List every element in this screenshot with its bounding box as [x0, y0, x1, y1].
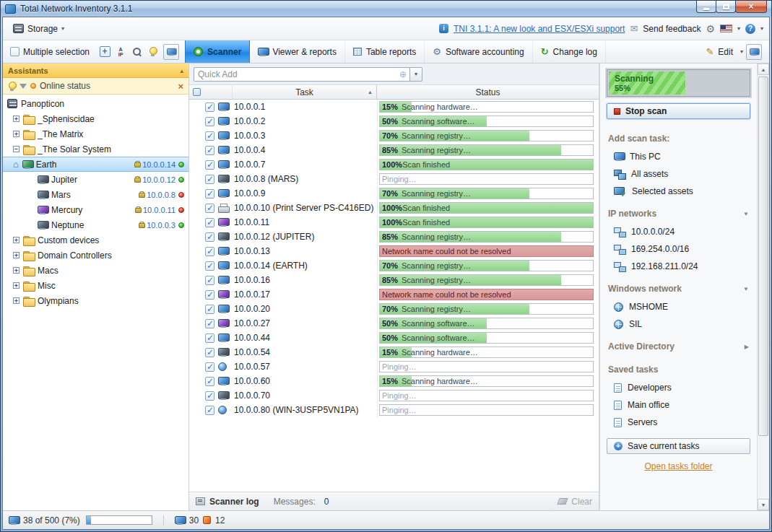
help-dropdown-icon[interactable]: ▾ [760, 25, 763, 32]
tree-item-panopticon[interactable]: Panopticon [3, 96, 188, 111]
task-row-10-0-0-13[interactable]: 10.0.0.13Network name could not be resol… [189, 244, 599, 258]
tab-viewer-reports[interactable]: Viewer & reports [250, 40, 344, 63]
task-row-10-0-0-20[interactable]: 10.0.0.2070%Scanning registry… [189, 302, 599, 316]
tree-item-spheniscidae[interactable]: +_Spheniscidae [3, 111, 188, 126]
task-checkbox[interactable] [205, 391, 214, 401]
tree-item-the-matrix[interactable]: +_The Matrix [3, 126, 188, 141]
expand-icon[interactable]: + [13, 237, 19, 243]
expand-icon[interactable]: + [13, 282, 19, 289]
assistants-header[interactable]: Assistants ▴ [3, 64, 188, 78]
quick-add-input[interactable] [194, 69, 399, 79]
expand-icon[interactable]: + [13, 267, 19, 274]
task-checkbox[interactable] [205, 377, 214, 386]
ip-networks-header[interactable]: IP networks ▼ [608, 209, 749, 219]
close-icon[interactable]: × [178, 81, 183, 92]
quick-add-plus-icon[interactable]: ⊕ [399, 69, 409, 79]
task-row-10-0-0-9[interactable]: 10.0.0.970%Scanning registry… [189, 186, 599, 201]
panel-toggle-button[interactable] [746, 44, 762, 60]
tab-scanner[interactable]: Scanner [185, 40, 250, 63]
task-checkbox[interactable] [205, 131, 214, 141]
task-checkbox[interactable] [205, 406, 214, 415]
expand-icon[interactable]: + [13, 115, 19, 122]
task-row-10-0-0-57[interactable]: 10.0.0.57Pinging… [189, 359, 599, 374]
task-row-10-0-0-4[interactable]: 10.0.0.485%Scanning registry… [189, 143, 599, 157]
tree-item-neptune[interactable]: Neptune10.0.0.3 [3, 217, 188, 232]
task-row-10-0-0-8-mars[interactable]: 10.0.0.8 (MARS)Pinging… [189, 172, 599, 186]
ip-network-169-254-0-0-16[interactable]: 169.254.0.0/16 [607, 240, 750, 258]
saved-task-main-office[interactable]: Main office [607, 396, 750, 414]
task-row-10-0-0-44[interactable]: 10.0.0.4450%Scanning software… [189, 331, 599, 345]
task-checkbox[interactable] [205, 146, 214, 155]
saved-task-developers[interactable]: Developers [607, 379, 750, 396]
titlebar[interactable]: Total Network Inventory 3.1.1 × [1, 1, 771, 17]
task-row-10-0-0-12-jupiter[interactable]: 10.0.0.12 (JUPITER)85%Scanning registry… [189, 230, 599, 244]
minimize-button[interactable] [696, 1, 716, 13]
task-column-header[interactable]: Task ▲ [233, 85, 377, 99]
help-icon[interactable]: ? [745, 24, 755, 34]
task-checkbox[interactable] [205, 276, 214, 285]
task-checkbox[interactable] [205, 305, 214, 314]
task-checkbox[interactable] [205, 348, 214, 357]
quick-add-field[interactable]: ⊕ [194, 67, 410, 82]
send-feedback-button[interactable]: Send feedback [643, 24, 701, 34]
expand-icon[interactable]: + [13, 252, 19, 258]
scan-task-selected-assets[interactable]: Selected assets [607, 183, 750, 200]
vertical-scrollbar[interactable]: ▲ ▼ [757, 64, 769, 510]
task-checkbox[interactable] [205, 160, 214, 170]
task-checkbox[interactable] [205, 218, 214, 227]
tree-item-jupiter[interactable]: Jupiter10.0.0.12 [3, 172, 188, 187]
multiple-selection-checkbox[interactable] [10, 47, 19, 56]
select-all-header[interactable] [189, 85, 233, 99]
windows-network-mshome[interactable]: MSHOME [607, 298, 750, 315]
scrollbar-thumb[interactable] [758, 77, 768, 436]
sort-button[interactable]: AIP [113, 44, 129, 60]
online-status-assistant[interactable]: Online status × [3, 78, 188, 95]
task-row-10-0-0-60[interactable]: 10.0.0.6015%Scanning hardware… [189, 374, 599, 388]
collapse-icon[interactable]: ▴ [180, 67, 183, 74]
search-button[interactable] [129, 44, 144, 60]
task-checkbox[interactable] [205, 247, 214, 256]
save-current-tasks-button[interactable]: + Save current tasks [607, 438, 750, 454]
ip-network-192-168-211-0-24[interactable]: 192.168.211.0/24 [607, 258, 750, 275]
scan-window-button[interactable] [163, 44, 179, 60]
tab-table-reports[interactable]: Table reports [345, 40, 425, 63]
close-button[interactable]: × [735, 1, 767, 13]
scroll-down-button[interactable]: ▼ [758, 499, 769, 510]
task-row-10-0-0-70[interactable]: 10.0.0.70Pinging… [189, 388, 599, 403]
tree-item-mars[interactable]: Mars10.0.0.8 [3, 187, 188, 202]
tree-item-misc[interactable]: +Misc [3, 278, 188, 293]
edit-dropdown-icon[interactable]: ▾ [740, 48, 743, 55]
task-checkbox[interactable] [205, 290, 214, 300]
task-row-10-0-0-3[interactable]: 10.0.0.370%Scanning registry… [189, 128, 599, 143]
clear-log-button[interactable]: Clear [571, 497, 592, 507]
tab-change-log[interactable]: ↻ Change log [533, 40, 606, 63]
language-flag-icon[interactable] [720, 25, 732, 32]
task-checkbox[interactable] [205, 319, 214, 328]
gear-icon[interactable]: ⚙ [706, 23, 715, 35]
expand-icon[interactable]: + [13, 131, 19, 137]
collapse-icon[interactable]: − [13, 146, 19, 152]
quick-add-dropdown[interactable]: ▾ [410, 67, 422, 82]
tree-item-domain-controllers[interactable]: +Domain Controllers [3, 248, 188, 263]
task-row-10-0-0-80-win-3usfp5vn1pa[interactable]: 10.0.0.80 (WIN-3USFP5VN1PA)Pinging… [189, 403, 599, 417]
task-checkbox[interactable] [205, 117, 214, 126]
tab-edit[interactable]: ✎ Edit [698, 40, 740, 63]
scan-task-this-pc[interactable]: This PC [607, 148, 750, 165]
windows-network-sil[interactable]: SIL [607, 315, 750, 333]
task-checkbox[interactable] [205, 362, 214, 372]
task-checkbox[interactable] [205, 333, 214, 343]
task-row-10-0-0-17[interactable]: 10.0.0.17Network name could not be resol… [189, 287, 599, 302]
task-checkbox[interactable] [205, 189, 214, 199]
tree-item-the-solar-system[interactable]: −_The Solar System [3, 141, 188, 157]
task-row-10-0-0-27[interactable]: 10.0.0.2750%Scanning software… [189, 316, 599, 331]
storage-menu[interactable]: Storage ▾ [9, 22, 69, 36]
task-checkbox[interactable] [205, 175, 214, 184]
language-dropdown-icon[interactable]: ▾ [737, 25, 740, 32]
scroll-up-button[interactable]: ▲ [758, 64, 769, 75]
task-row-10-0-0-14-earth[interactable]: 10.0.0.14 (EARTH)70%Scanning registry… [189, 258, 599, 273]
tree-item-macs[interactable]: +Macs [3, 263, 188, 278]
expand-icon[interactable]: + [13, 297, 19, 304]
tree-item-custom-devices[interactable]: +Custom devices [3, 232, 188, 248]
task-checkbox[interactable] [205, 232, 214, 242]
task-checkbox[interactable] [205, 261, 214, 271]
